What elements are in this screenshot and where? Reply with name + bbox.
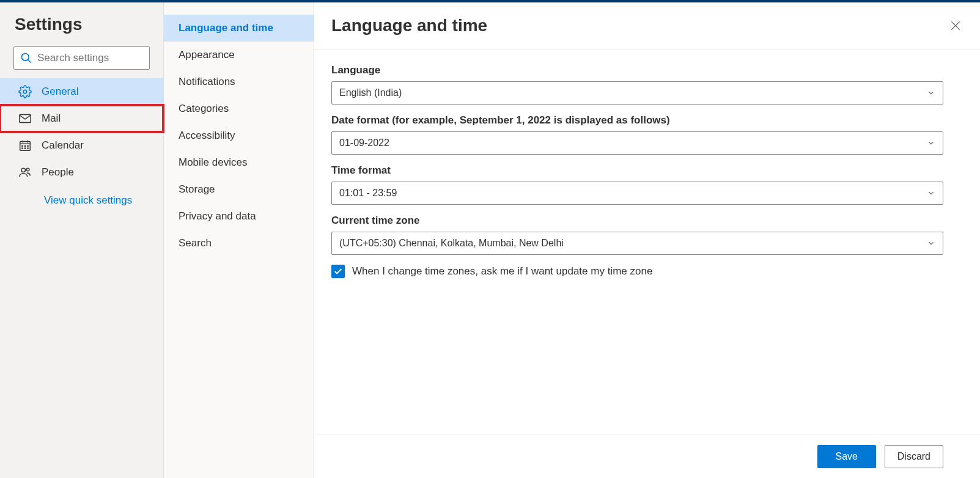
language-value: English (India) — [339, 87, 402, 98]
sidebar-item-calendar[interactable]: Calendar — [0, 132, 163, 159]
chevron-down-icon — [927, 139, 935, 147]
settings-sidebar: Settings General Mail Calendar People Vi… — [0, 2, 164, 478]
close-icon[interactable] — [949, 20, 962, 32]
sidebar-item-label: Calendar — [42, 139, 84, 152]
subnav-categories[interactable]: Categories — [164, 95, 314, 122]
people-icon — [18, 166, 32, 179]
subnav-mobile-devices[interactable]: Mobile devices — [164, 149, 314, 176]
language-dropdown[interactable]: English (India) — [331, 81, 943, 105]
svg-point-2 — [23, 90, 27, 94]
svg-rect-3 — [20, 115, 31, 123]
timezone-value: (UTC+05:30) Chennai, Kolkata, Mumbai, Ne… — [339, 238, 564, 249]
date-format-value: 01-09-2022 — [339, 138, 389, 149]
timezone-ask-checkbox[interactable] — [331, 265, 345, 278]
sidebar-item-people[interactable]: People — [0, 159, 163, 186]
page-title: Language and time — [331, 16, 487, 35]
gear-icon — [18, 85, 32, 98]
search-input[interactable] — [37, 52, 167, 64]
view-quick-settings-link[interactable]: View quick settings — [0, 186, 163, 207]
subnav-accessibility[interactable]: Accessibility — [164, 122, 314, 149]
sidebar-item-label: General — [42, 86, 78, 98]
svg-point-0 — [22, 54, 29, 61]
chevron-down-icon — [927, 189, 935, 197]
subnav-appearance[interactable]: Appearance — [164, 42, 314, 68]
time-format-label: Time format — [331, 164, 943, 177]
timezone-dropdown[interactable]: (UTC+05:30) Chennai, Kolkata, Mumbai, Ne… — [331, 232, 943, 255]
calendar-icon — [18, 139, 32, 152]
sidebar-item-mail[interactable]: Mail — [0, 105, 163, 132]
sidebar-item-label: Mail — [42, 112, 61, 125]
chevron-down-icon — [927, 89, 935, 97]
timezone-label: Current time zone — [331, 215, 943, 227]
main-panel: Language and time Language English (Indi… — [314, 2, 980, 478]
date-format-label: Date format (for example, September 1, 2… — [331, 114, 943, 127]
save-button[interactable]: Save — [817, 445, 876, 468]
subnav-search[interactable]: Search — [164, 230, 314, 257]
language-label: Language — [331, 64, 943, 76]
settings-title: Settings — [0, 10, 163, 46]
checkmark-icon — [333, 267, 343, 276]
svg-point-14 — [21, 168, 25, 172]
date-format-dropdown[interactable]: 01-09-2022 — [331, 131, 943, 155]
subnav-notifications[interactable]: Notifications — [164, 68, 314, 95]
search-settings-box[interactable] — [13, 46, 150, 70]
discard-button[interactable]: Discard — [885, 445, 943, 468]
subnav-privacy-and-data[interactable]: Privacy and data — [164, 203, 314, 230]
chevron-down-icon — [927, 239, 935, 248]
mail-icon — [18, 112, 32, 125]
svg-point-15 — [26, 168, 29, 171]
sidebar-item-general[interactable]: General — [0, 78, 163, 105]
subnav-storage[interactable]: Storage — [164, 176, 314, 203]
timezone-ask-label: When I change time zones, ask me if I wa… — [352, 265, 652, 278]
time-format-dropdown[interactable]: 01:01 - 23:59 — [331, 182, 943, 205]
svg-line-1 — [28, 60, 31, 63]
sidebar-item-label: People — [42, 166, 74, 178]
time-format-value: 01:01 - 23:59 — [339, 188, 397, 199]
settings-subnav: Language and time Appearance Notificatio… — [164, 2, 314, 478]
subnav-language-and-time[interactable]: Language and time — [164, 15, 314, 42]
search-icon — [20, 52, 32, 64]
